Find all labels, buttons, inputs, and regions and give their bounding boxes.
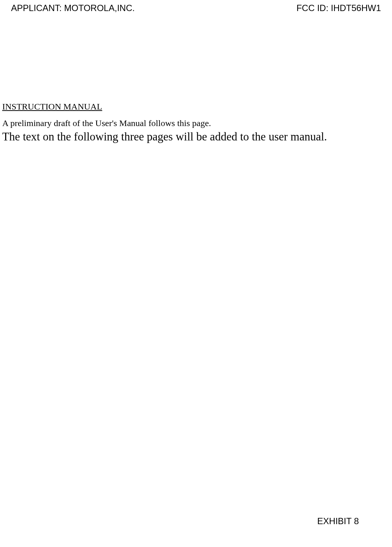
- page-content: INSTRUCTION MANUAL A preliminary draft o…: [0, 13, 392, 143]
- body-paragraph-2: The text on the following three pages wi…: [2, 130, 390, 143]
- page-footer: EXHIBIT 8: [317, 516, 359, 526]
- body-paragraph-1: A preliminary draft of the User's Manual…: [2, 118, 390, 128]
- fcc-id-label: FCC ID: IHDT56HW1: [297, 3, 381, 13]
- section-heading: INSTRUCTION MANUAL: [2, 102, 390, 112]
- applicant-label: APPLICANT: MOTOROLA,INC.: [11, 3, 135, 13]
- document-page: APPLICANT: MOTOROLA,INC. FCC ID: IHDT56H…: [0, 0, 392, 547]
- page-header: APPLICANT: MOTOROLA,INC. FCC ID: IHDT56H…: [0, 0, 392, 13]
